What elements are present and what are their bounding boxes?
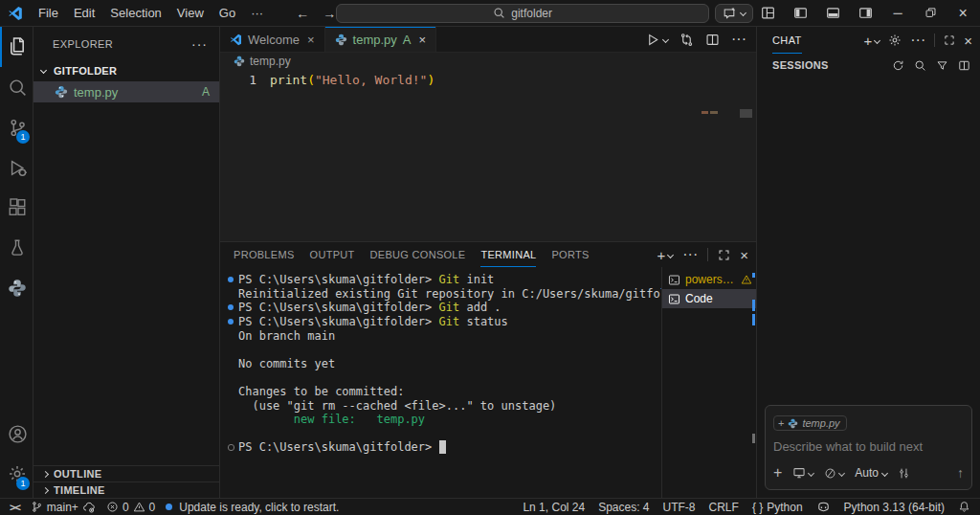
close-window-button[interactable]: ×: [948, 1, 977, 26]
encoding[interactable]: UTF-8: [663, 501, 696, 514]
copilot-menu-button[interactable]: [715, 4, 753, 23]
chevron-down-icon: [874, 36, 880, 43]
cursor-position[interactable]: Ln 1, Col 24: [523, 501, 585, 514]
git-compare-icon[interactable]: [679, 33, 694, 47]
maximize-panel-icon[interactable]: [718, 249, 730, 261]
copilot-status[interactable]: [816, 500, 831, 514]
maximize-chat-icon[interactable]: [944, 34, 955, 46]
terminal-item-powershell[interactable]: powersh…: [662, 270, 756, 289]
file-row-temp-py[interactable]: temp.py A: [33, 81, 219, 102]
history-forward-icon[interactable]: →: [323, 6, 336, 21]
environment-picker[interactable]: [792, 466, 813, 480]
code-editor[interactable]: 1 print("Hello, World!"): [220, 69, 756, 241]
terminal-name: Code: [685, 292, 752, 305]
panel-tab-terminal[interactable]: TERMINAL: [480, 242, 536, 267]
notifications[interactable]: [958, 501, 970, 513]
new-chat-button[interactable]: +: [863, 33, 880, 49]
editor-more-icon[interactable]: ···: [731, 31, 746, 48]
command-center-search[interactable]: gitfolder: [336, 4, 709, 23]
close-tab-icon[interactable]: ×: [307, 33, 315, 47]
gear-icon[interactable]: [888, 34, 902, 47]
eol[interactable]: CRLF: [709, 501, 739, 514]
outline-section[interactable]: OUTLINE: [33, 465, 219, 481]
activity-explorer[interactable]: [0, 27, 33, 67]
model-picker[interactable]: Auto: [855, 466, 887, 480]
minimize-button[interactable]: ─: [883, 1, 912, 26]
activity-source-control[interactable]: 1: [0, 107, 33, 147]
update-indicator[interactable]: Update is ready, click to restart.: [166, 501, 339, 514]
chat-more-icon[interactable]: ···: [910, 32, 925, 49]
error-count: 0: [122, 501, 129, 514]
language-mode[interactable]: { } Python: [752, 501, 803, 514]
editor-scrollbar[interactable]: [740, 109, 752, 118]
panel-tab-debug-console[interactable]: DEBUG CONSOLE: [370, 242, 466, 267]
files-icon: [7, 36, 28, 57]
split-editor-icon[interactable]: [705, 33, 720, 47]
filter-icon[interactable]: [936, 59, 948, 72]
activity-run-debug[interactable]: [0, 147, 33, 188]
activity-accounts[interactable]: [0, 414, 33, 454]
branch-icon: [31, 501, 43, 513]
activity-extensions[interactable]: [0, 188, 33, 228]
activity-testing[interactable]: [0, 228, 33, 268]
search-icon[interactable]: [914, 59, 926, 72]
indentation[interactable]: Spaces: 4: [598, 501, 649, 514]
menu-file[interactable]: File: [31, 3, 66, 23]
status-bar: >< main+ 0 0 Update is ready, click to r…: [0, 498, 980, 515]
folder-row-gitfolder[interactable]: GITFOLDER: [33, 60, 219, 81]
explorer-more-icon[interactable]: ···: [191, 36, 208, 52]
send-icon[interactable]: ↑: [957, 465, 964, 481]
chat-input[interactable]: + temp.py Describe what to build next +: [765, 405, 972, 490]
menu-view[interactable]: View: [169, 3, 212, 23]
toggle-secondary-sidebar-icon[interactable]: [851, 1, 880, 26]
panel-tab-ports[interactable]: PORTS: [551, 242, 589, 267]
activity-settings[interactable]: 1: [0, 454, 33, 494]
close-panel-icon[interactable]: ×: [740, 247, 748, 263]
menubar-more[interactable]: ···: [243, 3, 271, 23]
menu-edit[interactable]: Edit: [66, 3, 102, 23]
problems-indicator[interactable]: 0 0: [106, 501, 155, 514]
warning-count: 0: [149, 501, 156, 514]
split-view-icon[interactable]: [958, 59, 970, 72]
mode-picker[interactable]: [824, 467, 844, 480]
history-back-icon[interactable]: ←: [296, 6, 309, 21]
activity-python[interactable]: [0, 268, 33, 308]
toggle-panel-icon[interactable]: [818, 1, 847, 26]
command-decoration-icon[interactable]: [226, 277, 238, 282]
run-python-button[interactable]: [646, 33, 668, 47]
command-decoration-icon[interactable]: [226, 319, 238, 325]
close-chat-icon[interactable]: ×: [964, 33, 972, 49]
timeline-section[interactable]: TIMELINE: [33, 481, 219, 498]
remote-indicator[interactable]: ><: [10, 502, 20, 513]
terminal-item-code[interactable]: Code: [662, 289, 756, 308]
restore-button[interactable]: [916, 1, 945, 26]
chevron-down-icon: [808, 469, 814, 476]
copilot-icon: [816, 500, 831, 514]
tab-temp-py[interactable]: temp.py A ×: [325, 27, 437, 52]
terminal-output[interactable]: PS C:\Users\skuma\gitfolder> Git initRei…: [220, 267, 661, 498]
folder-label: GITFOLDER: [54, 65, 117, 77]
context-chip[interactable]: + temp.py: [773, 415, 847, 431]
command-decoration-icon[interactable]: [226, 444, 238, 451]
panel-more-icon[interactable]: ···: [682, 246, 698, 263]
new-terminal-button[interactable]: +: [657, 247, 673, 263]
breadcrumb[interactable]: temp.py: [220, 53, 756, 69]
branch-indicator[interactable]: main+: [31, 501, 96, 514]
panel-tab-problems[interactable]: PROBLEMS: [234, 242, 295, 267]
editor-group: Welcome × temp.py A ×: [220, 27, 756, 498]
menu-selection[interactable]: Selection: [102, 3, 168, 23]
attach-icon[interactable]: +: [773, 464, 782, 481]
python-icon: [335, 34, 347, 46]
command-decoration-icon[interactable]: [226, 304, 238, 310]
activity-search[interactable]: [0, 67, 33, 107]
customize-layout-icon[interactable]: [753, 1, 782, 26]
python-interpreter[interactable]: Python 3.13 (64-bit): [844, 501, 945, 514]
panel-tab-output[interactable]: OUTPUT: [310, 242, 355, 267]
menu-go[interactable]: Go: [212, 3, 243, 23]
refresh-icon[interactable]: [892, 59, 904, 72]
vscode-logo-icon: [8, 6, 23, 21]
toggle-primary-sidebar-icon[interactable]: [786, 1, 814, 26]
tools-icon[interactable]: [898, 467, 910, 480]
close-tab-icon[interactable]: ×: [418, 33, 426, 47]
tab-welcome[interactable]: Welcome ×: [220, 27, 325, 52]
